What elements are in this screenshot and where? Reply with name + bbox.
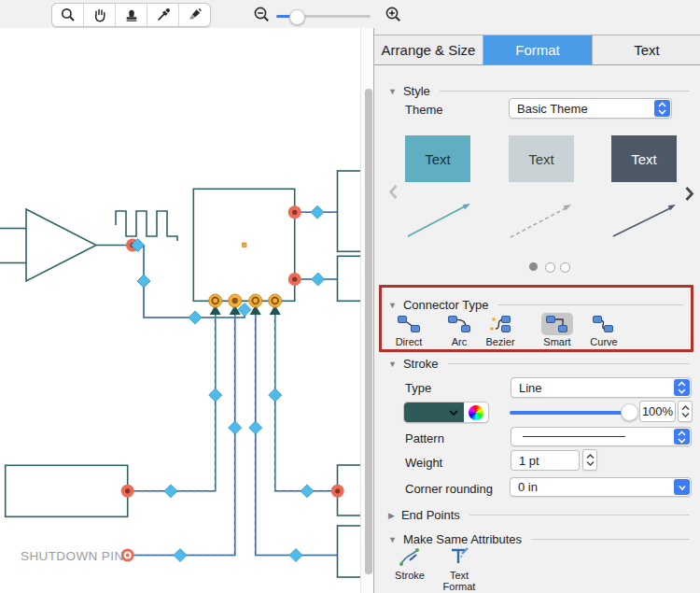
style-section-header[interactable]: ▼ Style (388, 84, 690, 98)
opacity-stepper[interactable] (678, 401, 693, 422)
right-block-1[interactable] (338, 171, 361, 251)
theme-preview-2[interactable]: Text (509, 135, 574, 182)
stamp-icon (123, 7, 140, 23)
dropdown-stepper-icon (674, 429, 690, 445)
diagram[interactable]: SHUTDOWN PIN (0, 28, 360, 593)
panel-tabs: Arrange & Size Format Text (374, 35, 700, 65)
disclosure-right-icon: ▶ (388, 511, 395, 520)
end-points-title: End Points (401, 508, 460, 522)
right-block-2[interactable] (338, 256, 361, 301)
corner-rounding-label: Corner rounding (405, 482, 493, 496)
zoom-out-button[interactable] (252, 5, 271, 23)
theme-dropdown[interactable]: Basic Theme (509, 98, 672, 119)
make-same-text-format-button[interactable]: Text Format (435, 545, 483, 592)
color-wheel-icon (469, 405, 483, 420)
disclosure-down-icon: ▼ (388, 360, 397, 369)
stroke-type-label: Type (405, 381, 431, 395)
bezier-connector-icon (488, 315, 512, 333)
corner-rounding-dropdown[interactable]: 0 in (510, 477, 692, 497)
stroke-section-header[interactable]: ▼ Stroke (388, 357, 690, 371)
text-format-icon (448, 545, 470, 568)
style-section-title: Style (403, 84, 430, 98)
corner-rounding-value: 0 in (511, 480, 691, 494)
ic-center-handle[interactable] (243, 243, 247, 247)
stroke-weight-field[interactable]: 1 pt (511, 450, 580, 471)
op-amp-triangle[interactable] (26, 209, 96, 281)
dropdown-chevron-icon (674, 479, 690, 495)
format-panel: Arrange & Size Format Text ▼ Style Theme… (373, 28, 700, 593)
zoom-tool-button[interactable] (52, 4, 84, 26)
drawing-canvas[interactable]: SHUTDOWN PIN (0, 28, 360, 593)
shutdown-pin-label: SHUTDOWN PIN (21, 549, 124, 563)
canvas-scrollbar[interactable] (360, 28, 374, 593)
dropdown-stepper-icon (674, 379, 690, 396)
connector-option-direct[interactable]: Direct (381, 313, 437, 347)
canvas-scrollbar-thumb[interactable] (365, 89, 372, 574)
end-points-section-header[interactable]: ▶ End Points (388, 508, 690, 522)
stroke-weight-stepper[interactable] (582, 449, 597, 471)
tab-arrange-size[interactable]: Arrange & Size (374, 35, 483, 64)
pager-dot-3[interactable] (560, 262, 570, 273)
eyedropper-icon (155, 7, 172, 23)
disclosure-down-icon: ▼ (388, 301, 397, 310)
eyedropper-tool-button[interactable] (147, 4, 179, 26)
tab-format[interactable]: Format (483, 35, 593, 64)
pan-tool-button[interactable] (84, 4, 116, 26)
solid-line-pattern-icon (523, 436, 625, 438)
magnifier-icon (60, 7, 77, 23)
zoom-slider-thumb[interactable] (289, 9, 305, 25)
stamp-tool-button[interactable] (116, 4, 147, 26)
theme-preview-1[interactable]: Text (405, 135, 470, 182)
stroke-color-sample[interactable] (404, 402, 464, 422)
paintbrush-icon (187, 7, 203, 23)
zoom-in-icon (385, 6, 402, 23)
theme-preview-3[interactable]: Text (611, 135, 677, 182)
format-paint-tool-button[interactable] (179, 4, 210, 26)
stepper-up-down-icon (681, 404, 690, 418)
zoom-in-button[interactable] (384, 5, 402, 23)
theme-label: Theme (405, 103, 442, 117)
zoom-out-icon (253, 6, 271, 23)
stroke-pattern-dropdown[interactable] (511, 427, 692, 446)
connector-option-curve[interactable]: Curve (576, 313, 632, 347)
tab-text[interactable]: Text (593, 35, 700, 64)
left-block[interactable] (6, 465, 128, 516)
stroke-type-dropdown[interactable]: Line (511, 377, 692, 398)
theme-dropdown-value: Basic Theme (510, 102, 671, 116)
pager-dot-2[interactable] (545, 262, 555, 273)
connector-type-title: Connector Type (403, 298, 489, 312)
opacity-slider-thumb[interactable] (621, 403, 638, 421)
tool-segmented-control (51, 3, 211, 27)
stroke-pattern-label: Pattern (405, 431, 444, 445)
clock-waveform[interactable] (116, 211, 177, 241)
top-toolbar (0, 0, 700, 29)
stroke-color-well[interactable] (403, 402, 489, 423)
right-block-4[interactable] (338, 526, 361, 577)
opacity-value-field[interactable]: 100% (639, 401, 676, 422)
stroke-type-value: Line (511, 381, 691, 395)
chevron-down-icon (448, 409, 459, 417)
arrow-style-previews[interactable] (382, 199, 692, 246)
stroke-weight-label: Weight (405, 456, 442, 470)
curve-connector-icon (592, 315, 616, 333)
smart-connector-icon (545, 315, 569, 333)
direct-connector-icon (397, 315, 421, 333)
make-same-stroke-button[interactable]: Stroke (385, 547, 434, 581)
connector-option-bezier[interactable]: Bezier (472, 313, 528, 347)
arc-connector-icon (447, 315, 471, 333)
make-same-attributes-header[interactable]: ▼ Make Same Attributes (388, 532, 690, 546)
chevron-left-icon (388, 184, 399, 200)
opacity-slider-track[interactable] (510, 411, 634, 415)
selected-connector-highlight (541, 313, 573, 335)
disclosure-down-icon: ▼ (388, 535, 397, 544)
color-picker-button[interactable] (464, 402, 488, 422)
stepper-up-down-icon (586, 453, 595, 467)
make-same-attributes-title: Make Same Attributes (403, 532, 522, 546)
pager-dot-active[interactable] (529, 262, 538, 271)
dropdown-stepper-icon (654, 100, 670, 117)
hand-icon (91, 7, 108, 23)
disclosure-down-icon: ▼ (388, 87, 397, 96)
stroke-section-title: Stroke (403, 357, 439, 371)
connector-type-section-header[interactable]: ▼ Connector Type (388, 298, 683, 312)
stroke-sample-icon (399, 547, 421, 568)
